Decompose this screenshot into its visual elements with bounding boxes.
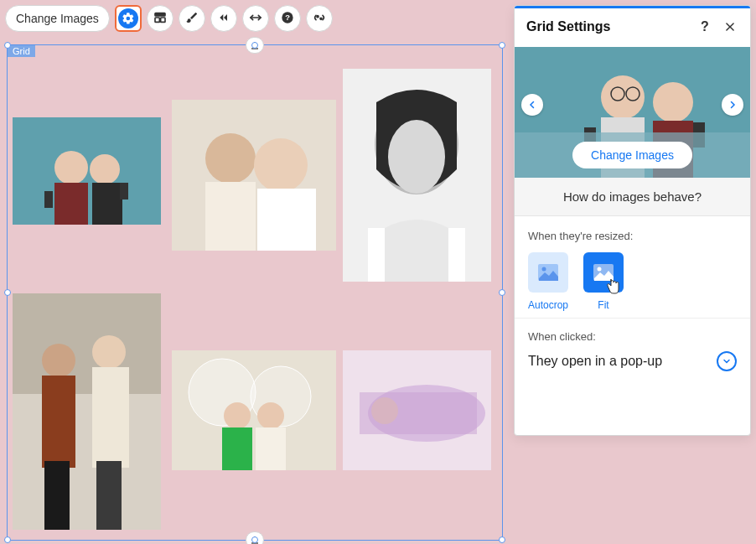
option-autocrop-label: Autocrop: [528, 299, 568, 311]
fit-icon: [583, 252, 624, 293]
layout-button[interactable]: [147, 5, 173, 32]
panel-close-button[interactable]: [722, 18, 738, 35]
grid-settings-panel: Grid Settings ? Change Images How do i: [514, 5, 751, 436]
svg-point-54: [598, 267, 602, 272]
svg-point-9: [90, 154, 120, 184]
resize-label: When they're resized:: [528, 230, 737, 242]
svg-rect-18: [257, 189, 316, 251]
svg-point-44: [653, 82, 693, 122]
help-button[interactable]: ?: [274, 5, 301, 32]
layout-icon: [153, 11, 167, 27]
svg-rect-12: [44, 191, 53, 208]
svg-point-52: [542, 267, 546, 272]
hero-prev-button[interactable]: [521, 94, 543, 116]
svg-rect-13: [120, 183, 128, 199]
svg-rect-2: [161, 18, 165, 22]
grid-image[interactable]: [13, 293, 161, 530]
svg-point-35: [257, 402, 284, 429]
animation-button[interactable]: [210, 5, 237, 32]
resize-handle[interactable]: [4, 536, 11, 543]
hero-next-button[interactable]: [722, 94, 743, 116]
option-fit[interactable]: Fit: [583, 252, 624, 311]
svg-point-15: [205, 133, 256, 184]
grid-image[interactable]: [13, 117, 161, 225]
svg-rect-27: [42, 376, 75, 468]
svg-point-34: [224, 402, 251, 429]
svg-point-21: [388, 120, 445, 194]
svg-rect-30: [96, 461, 122, 530]
grid-selection-frame[interactable]: Grid: [7, 44, 503, 541]
resize-handle[interactable]: [4, 289, 11, 296]
svg-rect-37: [256, 427, 286, 470]
behavior-question: How do images behave?: [515, 178, 750, 216]
animate-icon: [217, 11, 230, 27]
resize-handle[interactable]: [251, 536, 258, 543]
panel-help-button[interactable]: ?: [696, 18, 713, 35]
resize-handle[interactable]: [499, 536, 505, 543]
help-icon: ?: [281, 11, 294, 27]
resize-options: When they're resized: Autocrop Fit: [515, 216, 750, 319]
stretch-button[interactable]: [242, 5, 269, 32]
svg-rect-10: [54, 183, 88, 225]
autocrop-icon: [528, 252, 568, 293]
click-value: They open in a pop-up: [528, 354, 662, 369]
click-expand-button[interactable]: [717, 351, 737, 371]
link-icon: [313, 11, 326, 27]
panel-title: Grid Settings: [526, 19, 610, 34]
svg-rect-17: [205, 182, 256, 251]
svg-point-5: [317, 15, 318, 17]
click-behavior: When clicked: They open in a pop-up: [515, 319, 750, 380]
option-fit-label: Fit: [598, 299, 608, 311]
grid-image[interactable]: [172, 100, 336, 251]
svg-point-26: [92, 335, 126, 369]
change-images-button[interactable]: Change Images: [5, 5, 110, 32]
grid-image[interactable]: [343, 69, 491, 282]
panel-change-images-button[interactable]: Change Images: [572, 142, 692, 168]
svg-rect-41: [360, 392, 477, 434]
stretch-icon: [249, 11, 262, 27]
svg-rect-24: [13, 293, 161, 394]
resize-handle[interactable]: [499, 42, 505, 49]
grid-label: Grid: [8, 45, 35, 57]
svg-rect-28: [92, 367, 129, 468]
svg-point-6: [320, 18, 322, 19]
svg-point-16: [254, 138, 308, 192]
link-button[interactable]: [306, 5, 333, 32]
hero-preview: Change Images: [515, 47, 750, 178]
svg-rect-0: [155, 13, 165, 15]
svg-rect-36: [222, 427, 252, 470]
gear-icon: [118, 8, 138, 28]
svg-rect-11: [92, 183, 122, 225]
grid-image[interactable]: [172, 350, 336, 470]
panel-header: Grid Settings ?: [515, 8, 750, 47]
toolbar: Change Images ?: [5, 5, 333, 32]
settings-gear-button[interactable]: [115, 5, 142, 32]
click-label: When clicked:: [528, 330, 737, 343]
grid-image[interactable]: [343, 350, 491, 470]
option-autocrop[interactable]: Autocrop: [528, 252, 568, 311]
brush-icon: [185, 11, 199, 27]
hero-overlay: Change Images: [515, 132, 750, 178]
design-brush-button[interactable]: [179, 5, 205, 32]
resize-handle[interactable]: [499, 289, 505, 296]
resize-handle[interactable]: [251, 42, 258, 49]
svg-rect-1: [155, 18, 159, 22]
svg-rect-29: [44, 461, 70, 530]
cursor-hand-icon: [605, 277, 620, 298]
resize-handle[interactable]: [4, 42, 11, 49]
svg-point-8: [54, 151, 88, 184]
svg-point-25: [42, 344, 75, 377]
svg-text:?: ?: [285, 13, 290, 22]
